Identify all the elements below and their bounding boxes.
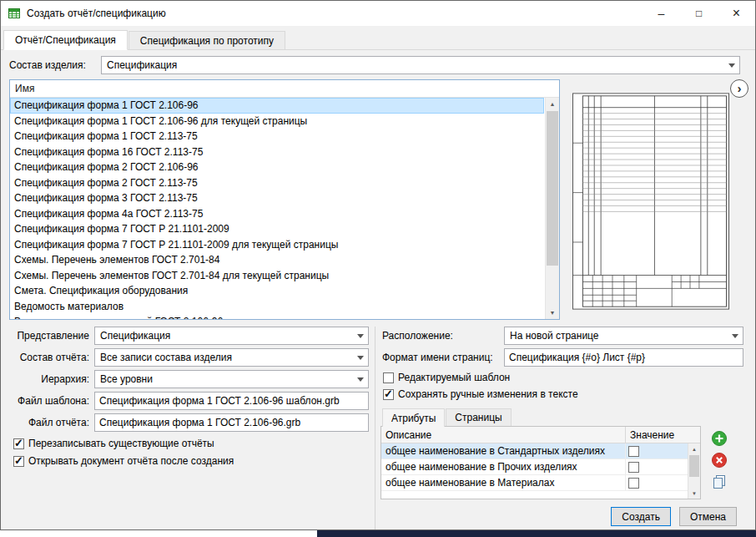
- report-file-input[interactable]: [94, 413, 369, 432]
- hierarchy-row: Иерархия: Все уровни: [9, 370, 369, 388]
- create-button[interactable]: Создать: [611, 507, 671, 526]
- keep-manual-changes-row: Сохранять ручные изменения в тексте: [383, 388, 747, 400]
- report-options-form: Представление Спецификация Состав отчёта…: [9, 327, 375, 529]
- keep-manual-changes-label: Сохранять ручные изменения в тексте: [398, 388, 578, 400]
- editable-template-checkbox[interactable]: [383, 372, 394, 383]
- list-item[interactable]: Спецификация форма 1 ГОСТ 2.106-96: [10, 98, 544, 114]
- hierarchy-combobox[interactable]: Все уровни: [94, 370, 369, 388]
- list-item[interactable]: Спецификация форма 1 ГОСТ 2.106-96 для т…: [10, 114, 544, 129]
- list-item[interactable]: Ведомость покупных изделий ГОСТ 2.106-96: [10, 314, 544, 319]
- main-tabstrip: Отчёт/Спецификация Спецификация по прото…: [1, 26, 755, 50]
- cancel-button[interactable]: Отмена: [679, 507, 737, 526]
- representation-combobox[interactable]: Спецификация: [94, 327, 369, 345]
- tab-label: Страницы: [455, 412, 501, 423]
- scrollbar-up-icon[interactable]: ▲: [688, 443, 700, 454]
- representation-row: Представление Спецификация: [9, 327, 369, 345]
- scrollbar-thumb[interactable]: [547, 111, 558, 266]
- report-composition-row: Состав отчёта: Все записи состава издели…: [9, 348, 369, 367]
- attribute-description: общее наименование в Стандартных изделия…: [381, 443, 626, 458]
- representation-label: Представление: [9, 330, 94, 342]
- minimize-button[interactable]: –: [643, 1, 680, 26]
- template-file-input[interactable]: [94, 392, 369, 410]
- list-item[interactable]: Спецификация форма 2 ГОСТ 2.106-96: [10, 160, 544, 175]
- page-name-format-row: Формат имени страниц:: [381, 348, 743, 367]
- next-preview-button[interactable]: ›: [730, 79, 748, 98]
- tab-attributes[interactable]: Атрибуты: [382, 408, 445, 427]
- tab-pages[interactable]: Страницы: [446, 408, 511, 426]
- scrollbar-thumb[interactable]: [689, 455, 699, 477]
- delete-attribute-button[interactable]: [711, 452, 728, 469]
- list-column-header-name[interactable]: Имя: [10, 80, 559, 98]
- attribute-value-cell: [626, 443, 688, 458]
- scrollbar-down-icon[interactable]: ▼: [546, 306, 559, 319]
- maximize-button[interactable]: □: [680, 1, 718, 26]
- chevron-right-icon: ›: [738, 81, 742, 95]
- column-header-value[interactable]: Значение: [626, 427, 700, 443]
- editable-template-label: Редактируемый шаблон: [398, 372, 510, 383]
- report-composition-label: Состав отчёта:: [9, 352, 94, 363]
- copy-attribute-button[interactable]: [711, 474, 728, 490]
- open-after-create-row: Открывать документ отчёта после создания: [13, 455, 369, 467]
- delete-icon: [711, 452, 728, 469]
- chevron-down-icon[interactable]: [723, 57, 739, 73]
- page-name-format-input[interactable]: [504, 348, 743, 367]
- keep-manual-changes-checkbox[interactable]: [383, 389, 394, 400]
- attributes-grid: Описание Значение общее наименование в С…: [381, 426, 701, 499]
- column-header-description[interactable]: Описание: [381, 427, 626, 443]
- open-after-create-label: Открывать документ отчёта после создания: [28, 455, 234, 467]
- attributes-tabstrip: Атрибуты Страницы: [382, 408, 747, 426]
- tab-report-specification[interactable]: Отчёт/Спецификация: [3, 30, 128, 50]
- maximize-icon: □: [696, 8, 702, 19]
- list-item[interactable]: Спецификация форма 2 ГОСТ 2.113-75: [10, 175, 544, 191]
- chevron-down-icon[interactable]: [352, 327, 368, 344]
- attributes-area: Описание Значение общее наименование в С…: [381, 426, 747, 499]
- attribute-value-checkbox[interactable]: [628, 478, 639, 489]
- add-attribute-button[interactable]: [711, 430, 728, 447]
- hierarchy-label: Иерархия:: [9, 373, 94, 385]
- attribute-description: общее наименование в Прочих изделиях: [381, 459, 626, 474]
- tab-specification-by-prototype[interactable]: Спецификация по прототипу: [129, 31, 285, 49]
- attribute-row[interactable]: общее наименование в Материалах: [381, 475, 688, 491]
- specification-preview: [572, 93, 729, 310]
- titlebar: Создать отчёт/спецификацию – □ ×: [1, 1, 755, 26]
- chevron-down-icon[interactable]: [352, 371, 368, 388]
- report-list-items: Спецификация форма 1 ГОСТ 2.106-96Специф…: [10, 98, 544, 319]
- list-item[interactable]: Ведомость материалов: [10, 299, 544, 315]
- scrollbar-down-icon[interactable]: ▼: [688, 488, 700, 499]
- attribute-row[interactable]: общее наименование в Стандартных изделия…: [381, 443, 688, 459]
- list-item[interactable]: Спецификация форма 3 ГОСТ 2.113-75: [10, 190, 544, 206]
- list-item[interactable]: Спецификация форма 1 ГОСТ 2.113-75: [10, 129, 544, 144]
- chevron-down-icon[interactable]: [352, 349, 368, 366]
- list-item[interactable]: Смета. Спецификация оборудования: [10, 283, 544, 299]
- product-composition-combobox[interactable]: Спецификация: [101, 56, 740, 74]
- attribute-value-checkbox[interactable]: [628, 446, 639, 457]
- attribute-row[interactable]: общее наименование в Прочих изделиях: [381, 459, 688, 475]
- placement-options-form: Расположение: На новой странице Формат и…: [375, 327, 747, 529]
- window-title: Создать отчёт/спецификацию: [27, 8, 166, 19]
- chevron-down-icon[interactable]: [727, 327, 743, 344]
- list-item[interactable]: Спецификация форма 7 ГОСТ Р 21.1101-2009…: [10, 237, 544, 253]
- minimize-icon: –: [658, 7, 665, 20]
- combo-value: Все записи состава изделия: [100, 352, 232, 363]
- close-button[interactable]: ×: [718, 1, 755, 26]
- report-composition-combobox[interactable]: Все записи состава изделия: [94, 348, 369, 367]
- attributes-scrollbar[interactable]: ▲ ▼: [688, 443, 700, 499]
- attributes-toolbar: [701, 426, 738, 499]
- overwrite-reports-checkbox[interactable]: [13, 438, 24, 449]
- report-file-label: Файл отчёта:: [9, 417, 94, 428]
- attribute-value-cell: [626, 475, 688, 490]
- combo-value: Спецификация: [100, 330, 170, 342]
- attribute-value-cell: [626, 459, 688, 474]
- attribute-value-checkbox[interactable]: [628, 462, 639, 473]
- list-item[interactable]: Спецификация форма 16 ГОСТ 2.113-75: [10, 144, 544, 160]
- list-item[interactable]: Схемы. Перечень элементов ГОСТ 2.701-84: [10, 252, 544, 268]
- list-item[interactable]: Схемы. Перечень элементов ГОСТ 2.701-84 …: [10, 268, 544, 284]
- list-item[interactable]: Спецификация форма 7 ГОСТ Р 21.1101-2009: [10, 221, 544, 237]
- list-item[interactable]: Спецификация форма 4а ГОСТ 2.113-75: [10, 206, 544, 222]
- location-combobox[interactable]: На новой странице: [504, 327, 743, 345]
- list-scrollbar[interactable]: ▲ ▼: [545, 98, 559, 319]
- preview-panel: ›: [570, 79, 747, 320]
- scrollbar-up-icon[interactable]: ▲: [546, 98, 559, 110]
- open-after-create-checkbox[interactable]: [13, 456, 24, 467]
- specification-app-icon: [8, 7, 21, 20]
